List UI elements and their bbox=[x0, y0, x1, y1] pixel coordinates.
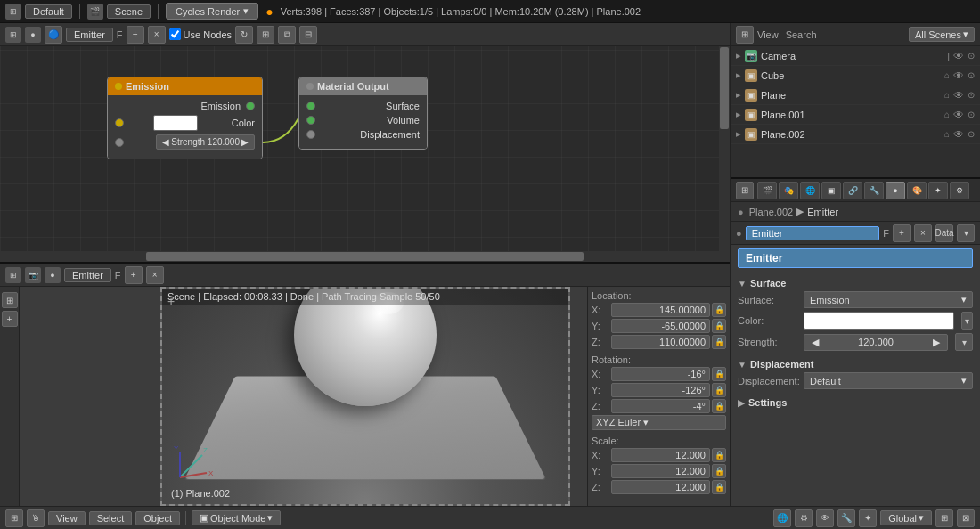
mat-data-btn[interactable]: Data bbox=[935, 224, 953, 242]
props-tab-material[interactable]: ● bbox=[886, 182, 905, 199]
ne-hscroll-thumb[interactable] bbox=[146, 252, 584, 261]
outliner-item-cube[interactable]: ▸ ▣ Cube ⌂ 👁 ⊙ bbox=[731, 66, 980, 85]
scale-z-lock[interactable]: 🔒 bbox=[712, 480, 726, 494]
scale-x-input[interactable]: 12.000 bbox=[611, 448, 710, 462]
outliner-search-label[interactable]: Search bbox=[786, 29, 817, 40]
bb-icon-2[interactable]: 🖱 bbox=[27, 509, 45, 527]
ne-vscrollbar[interactable] bbox=[719, 46, 730, 251]
surface-section-header[interactable]: ▼ Surface bbox=[738, 275, 973, 291]
rotation-x-lock[interactable]: 🔒 bbox=[712, 367, 726, 381]
ne-use-nodes-checkbox[interactable]: Use Nodes bbox=[169, 28, 232, 40]
mat-color-expand-icon[interactable]: ▾ bbox=[961, 312, 973, 330]
bb-object-btn[interactable]: Object bbox=[135, 511, 180, 525]
rotation-y-input[interactable]: -126° bbox=[611, 383, 710, 397]
strength-btn[interactable]: ◀ Strength 120.000 ▶ bbox=[156, 134, 255, 150]
scale-x-lock[interactable]: 🔒 bbox=[712, 448, 726, 462]
props-tab-world[interactable]: 🌐 bbox=[800, 182, 820, 199]
plane001-visibility-icon[interactable]: 👁 bbox=[953, 109, 964, 121]
bb-icon-5[interactable]: 👁 bbox=[816, 509, 834, 527]
workspace-label[interactable]: Default bbox=[25, 4, 72, 19]
props-tab-constraints[interactable]: 🔗 bbox=[843, 182, 862, 199]
ne-del-btn[interactable]: × bbox=[148, 26, 166, 44]
bb-select-btn[interactable]: Select bbox=[89, 511, 133, 525]
vp-left-icon-1[interactable]: ⊞ bbox=[2, 292, 18, 308]
bb-icon-3[interactable]: 🌐 bbox=[773, 509, 791, 527]
location-y-lock[interactable]: 🔒 bbox=[712, 319, 726, 333]
props-tab-scene[interactable]: 🎭 bbox=[779, 182, 798, 199]
bb-global-select[interactable]: Global ▾ bbox=[880, 510, 932, 525]
plane002-visibility-icon[interactable]: 👁 bbox=[953, 128, 964, 141]
rotation-y-lock[interactable]: 🔒 bbox=[712, 383, 726, 397]
location-x-lock[interactable]: 🔒 bbox=[712, 303, 726, 317]
bb-view-btn[interactable]: View bbox=[48, 511, 86, 525]
cube-restrict-icon[interactable]: ⊙ bbox=[968, 70, 975, 80]
location-z-lock[interactable]: 🔒 bbox=[712, 335, 726, 349]
bb-icon-8[interactable]: ⊞ bbox=[935, 509, 953, 527]
vp-left-icon-2[interactable]: + bbox=[2, 311, 18, 327]
bb-icon-4[interactable]: ⚙ bbox=[795, 509, 813, 527]
mat-color-swatch[interactable] bbox=[804, 312, 954, 330]
location-z-input[interactable]: 110.00000 bbox=[611, 335, 710, 349]
vp-add-btn[interactable]: + bbox=[125, 266, 143, 284]
bb-icon-9[interactable]: ⊠ bbox=[957, 509, 975, 527]
mat-name-input[interactable]: Emitter bbox=[738, 248, 973, 268]
rotation-z-lock[interactable]: 🔒 bbox=[712, 399, 726, 413]
outliner-scenes-selector[interactable]: All Scenes ▾ bbox=[909, 27, 975, 42]
surface-type-value[interactable]: Emission ▾ bbox=[804, 291, 973, 308]
settings-section-header[interactable]: ▶ Settings bbox=[738, 395, 973, 411]
rotation-mode-select[interactable]: XYZ Euler ▾ bbox=[592, 415, 726, 430]
plane-visibility-icon[interactable]: 👁 bbox=[953, 89, 964, 102]
props-tab-texture[interactable]: 🎨 bbox=[907, 182, 927, 199]
props-tab-object[interactable]: ▣ bbox=[821, 182, 841, 199]
props-tab-particles[interactable]: ✦ bbox=[928, 182, 948, 199]
strength-input-props[interactable]: ◀ 120.000 ▶ bbox=[804, 334, 948, 351]
ne-icon-1[interactable]: ↻ bbox=[235, 26, 253, 44]
location-y-input[interactable]: -65.00000 bbox=[611, 319, 710, 333]
ne-icon-3[interactable]: ⧉ bbox=[278, 26, 296, 44]
ne-icon-4[interactable]: ⊟ bbox=[299, 26, 317, 44]
cube-visibility-icon[interactable]: 👁 bbox=[953, 69, 964, 82]
outliner-view-icon[interactable]: ⊞ bbox=[736, 26, 754, 44]
props-tab-physics[interactable]: ⚙ bbox=[950, 182, 969, 199]
props-tab-modifiers[interactable]: 🔧 bbox=[864, 182, 884, 199]
mat-name-display[interactable]: Emitter bbox=[746, 226, 880, 240]
scale-y-lock[interactable]: 🔒 bbox=[712, 464, 726, 478]
ne-material-btn[interactable]: 🔵 bbox=[45, 26, 62, 44]
mat-add-btn[interactable]: + bbox=[893, 224, 911, 242]
strength-inc[interactable]: ▶ bbox=[933, 337, 940, 348]
emission-color-swatch[interactable] bbox=[153, 115, 198, 131]
mat-del-btn[interactable]: × bbox=[914, 224, 932, 242]
plane001-restrict-icon[interactable]: ⊙ bbox=[968, 110, 975, 119]
plane-restrict-icon[interactable]: ⊙ bbox=[968, 90, 975, 100]
rotation-z-input[interactable]: -4° bbox=[611, 399, 710, 413]
camera-restrict-icon[interactable]: ⊙ bbox=[968, 51, 975, 61]
location-x-input[interactable]: 145.00000 bbox=[611, 303, 710, 317]
render-plus-btn[interactable]: + bbox=[167, 294, 175, 308]
ne-hscrollbar[interactable] bbox=[0, 251, 730, 262]
strength-expand-icon[interactable]: ▾ bbox=[955, 333, 973, 351]
outliner-view-label[interactable]: View bbox=[757, 29, 779, 40]
render-engine-selector[interactable]: Cycles Render ▾ bbox=[166, 3, 258, 20]
displacement-section-header[interactable]: ▼ Displacement bbox=[738, 356, 973, 372]
outliner-item-plane002[interactable]: ▸ ▣ Plane.002 ⌂ 👁 ⊙ bbox=[731, 125, 980, 144]
scale-z-input[interactable]: 12.000 bbox=[611, 480, 710, 494]
strength-dec[interactable]: ◀ bbox=[812, 337, 819, 348]
ne-icon-2[interactable]: ⊞ bbox=[257, 26, 274, 44]
bb-icon-1[interactable]: ⊞ bbox=[5, 509, 23, 527]
props-tab-render[interactable]: 🎬 bbox=[757, 182, 777, 199]
outliner-item-camera[interactable]: ▸ 📷 Camera | 👁 ⊙ bbox=[731, 46, 980, 66]
vp-material-name[interactable]: Emitter bbox=[64, 268, 111, 282]
displacement-type-value[interactable]: Default ▾ bbox=[804, 372, 973, 389]
bb-icon-6[interactable]: 🔧 bbox=[837, 509, 855, 527]
scene-label[interactable]: Scene bbox=[107, 4, 151, 19]
rotation-x-input[interactable]: -16° bbox=[611, 367, 710, 381]
camera-visibility-icon[interactable]: 👁 bbox=[953, 50, 964, 62]
ne-material-name[interactable]: Emitter bbox=[66, 28, 113, 42]
mat-expand-btn[interactable]: ▾ bbox=[957, 224, 975, 242]
props-view-icon[interactable]: ⊞ bbox=[736, 182, 754, 199]
outliner-item-plane[interactable]: ▸ ▣ Plane ⌂ 👁 ⊙ bbox=[731, 85, 980, 105]
ne-vscroll-thumb[interactable] bbox=[720, 47, 729, 129]
bb-icon-7[interactable]: ✦ bbox=[859, 509, 877, 527]
outliner-item-plane001[interactable]: ▸ ▣ Plane.001 ⌂ 👁 ⊙ bbox=[731, 105, 980, 125]
ne-add-btn[interactable]: + bbox=[127, 26, 144, 44]
